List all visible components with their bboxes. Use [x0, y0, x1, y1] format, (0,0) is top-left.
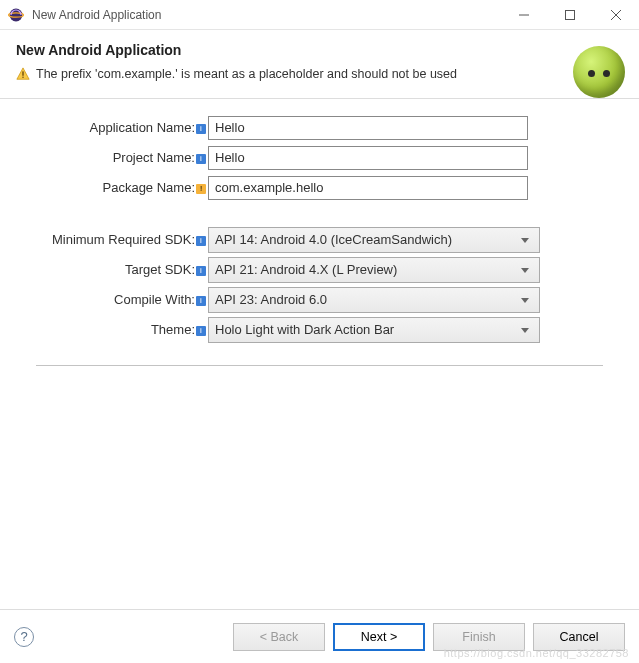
next-button[interactable]: Next > [333, 623, 425, 651]
warning-text: The prefix 'com.example.' is meant as a … [36, 66, 457, 84]
svg-rect-7 [22, 77, 23, 78]
application-name-input[interactable] [208, 116, 528, 140]
cancel-button[interactable]: Cancel [533, 623, 625, 651]
maximize-button[interactable] [547, 0, 593, 29]
info-icon: i [196, 154, 206, 164]
back-button[interactable]: < Back [233, 623, 325, 651]
button-bar: ? < Back Next > Finish Cancel [0, 609, 639, 663]
label-theme: Theme:i [20, 322, 208, 337]
label-compile-with: Compile With:i [20, 292, 208, 307]
label-target-sdk: Target SDK:i [20, 262, 208, 277]
warning-small-icon: ! [196, 184, 206, 194]
eclipse-icon [8, 7, 24, 23]
theme-select[interactable]: Holo Light with Dark Action Bar [208, 317, 540, 343]
svg-rect-3 [566, 10, 575, 19]
window-controls [501, 0, 639, 29]
close-button[interactable] [593, 0, 639, 29]
svg-rect-6 [22, 71, 23, 75]
android-icon [573, 46, 625, 98]
separator [36, 365, 603, 366]
info-icon: i [196, 326, 206, 336]
info-icon: i [196, 124, 206, 134]
compile-with-select[interactable]: API 23: Android 6.0 [208, 287, 540, 313]
help-icon[interactable]: ? [14, 627, 34, 647]
info-icon: i [196, 296, 206, 306]
min-sdk-select[interactable]: API 14: Android 4.0 (IceCreamSandwich) [208, 227, 540, 253]
label-package-name: Package Name:! [20, 180, 208, 195]
finish-button[interactable]: Finish [433, 623, 525, 651]
info-icon: i [196, 236, 206, 246]
warning-message: The prefix 'com.example.' is meant as a … [16, 66, 623, 84]
target-sdk-select[interactable]: API 21: Android 4.X (L Preview) [208, 257, 540, 283]
label-project-name: Project Name:i [20, 150, 208, 165]
form: Application Name:i Project Name:i Packag… [0, 99, 639, 366]
warning-icon [16, 67, 30, 81]
label-app-name: Application Name:i [20, 120, 208, 135]
title-bar: New Android Application [0, 0, 639, 30]
label-min-sdk: Minimum Required SDK:i [20, 232, 208, 247]
page-title: New Android Application [16, 42, 623, 58]
minimize-button[interactable] [501, 0, 547, 29]
dialog-header: New Android Application The prefix 'com.… [0, 30, 639, 99]
project-name-input[interactable] [208, 146, 528, 170]
window-title: New Android Application [32, 8, 501, 22]
package-name-input[interactable] [208, 176, 528, 200]
info-icon: i [196, 266, 206, 276]
